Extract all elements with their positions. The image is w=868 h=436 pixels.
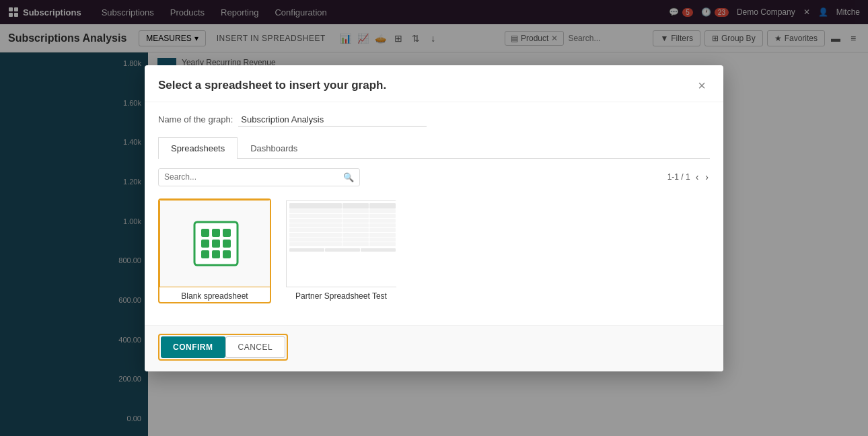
cancel-button[interactable]: CANCEL <box>225 336 286 358</box>
modal-header: Select a spreadsheet to insert your grap… <box>145 65 723 102</box>
modal-title: Select a spreadsheet to insert your grap… <box>158 79 386 92</box>
blank-spreadsheet-icon <box>189 217 243 270</box>
pagination-text: 1-1 / 1 <box>667 172 690 182</box>
svg-rect-13 <box>223 250 231 258</box>
partner-spreadsheet-preview <box>286 200 398 287</box>
blank-spreadsheet-preview <box>159 200 271 287</box>
card-blank-spreadsheet[interactable]: Blank spreadsheet <box>158 198 271 303</box>
partner-spreadsheet-label: Partner Spreadsheet Test <box>286 287 396 302</box>
tab-dashboards[interactable]: Dashboards <box>238 137 310 159</box>
modal-footer: CONFIRM CANCEL <box>145 325 723 371</box>
svg-rect-10 <box>223 240 231 248</box>
prev-page-button[interactable]: ‹ <box>694 172 700 182</box>
svg-rect-8 <box>201 240 209 248</box>
blank-spreadsheet-label: Blank spreadsheet <box>159 287 270 302</box>
spreadsheet-search-box[interactable]: 🔍 <box>158 168 360 186</box>
graph-name-row: Name of the graph: <box>158 113 710 126</box>
modal-overlay: Select a spreadsheet to insert your grap… <box>0 0 868 436</box>
graph-name-input[interactable] <box>238 113 427 126</box>
svg-rect-12 <box>212 250 220 258</box>
spreadsheet-tabs: Spreadsheets Dashboards <box>158 137 710 159</box>
svg-rect-7 <box>223 229 231 237</box>
confirm-button[interactable]: CONFIRM <box>161 336 225 358</box>
card-partner-spreadsheet[interactable]: Partner Spreadsheet Test <box>285 198 398 303</box>
next-page-button[interactable]: › <box>704 172 710 182</box>
modal-close-button[interactable]: × <box>694 77 710 94</box>
svg-rect-5 <box>201 229 209 237</box>
search-icon: 🔍 <box>343 172 354 182</box>
search-row: 🔍 1-1 / 1 ‹ › <box>158 168 710 186</box>
graph-name-label: Name of the graph: <box>158 114 233 124</box>
modal-body: Name of the graph: Spreadsheets Dashboar… <box>145 102 723 325</box>
pagination-info: 1-1 / 1 ‹ › <box>667 172 710 182</box>
spreadsheet-select-modal: Select a spreadsheet to insert your grap… <box>145 65 723 371</box>
svg-rect-11 <box>201 250 209 258</box>
tab-spreadsheets[interactable]: Spreadsheets <box>158 137 238 159</box>
svg-rect-9 <box>212 240 220 248</box>
spreadsheet-search-input[interactable] <box>164 172 339 182</box>
spreadsheet-cards: Blank spreadsheet <box>158 196 710 314</box>
svg-rect-6 <box>212 229 220 237</box>
footer-action-group: CONFIRM CANCEL <box>158 334 288 361</box>
